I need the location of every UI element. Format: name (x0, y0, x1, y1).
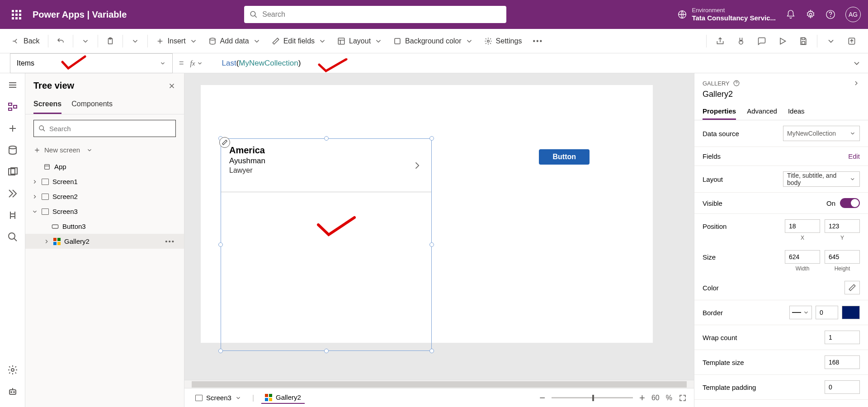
fields-edit-link[interactable]: Edit (848, 152, 860, 160)
back-label: Back (24, 37, 40, 45)
prop-label-size: Size (703, 253, 716, 261)
fit-screen-icon[interactable] (679, 394, 687, 402)
media-icon[interactable] (7, 166, 18, 177)
insert-button[interactable]: Insert (151, 34, 202, 48)
data-source-selector[interactable]: MyNewCollection (783, 126, 860, 141)
svg-rect-9 (338, 38, 344, 44)
position-x-input[interactable] (785, 219, 820, 233)
chevron-down-icon (235, 395, 241, 401)
visible-toggle[interactable] (840, 198, 860, 208)
position-y-input[interactable] (825, 219, 860, 233)
add-icon[interactable] (7, 123, 18, 134)
border-width-input[interactable] (816, 306, 838, 319)
settings-rail-icon[interactable] (7, 364, 18, 375)
border-style-selector[interactable] (789, 306, 812, 319)
gallery-row[interactable]: America Ayushman Lawyer (221, 139, 431, 192)
tab-properties[interactable]: Properties (703, 104, 736, 120)
close-icon[interactable] (168, 82, 176, 90)
size-h-input[interactable] (825, 250, 860, 264)
chevron-right-icon[interactable] (412, 160, 421, 171)
tree-item-app[interactable]: App (25, 159, 184, 174)
breadcrumb-screen3[interactable]: Screen3 (192, 392, 245, 403)
tab-advanced[interactable]: Advanced (747, 104, 777, 120)
undo-button[interactable] (52, 34, 69, 48)
equals-sign: = (179, 58, 184, 68)
variables-icon[interactable] (7, 210, 18, 221)
layout-button[interactable]: Layout (333, 34, 387, 48)
tree-item-screen2[interactable]: Screen2 (25, 189, 184, 204)
share-button[interactable] (711, 34, 729, 48)
wrap-count-input[interactable] (825, 331, 860, 344)
size-w-input[interactable] (785, 250, 820, 264)
color-picker[interactable] (844, 281, 860, 294)
prop-label-tmplpad: Template padding (703, 383, 756, 391)
new-screen-button[interactable]: New screen (25, 142, 184, 157)
layout-selector[interactable]: Title, subtitle, and body (783, 171, 860, 187)
save-dropdown[interactable] (822, 34, 840, 48)
search-input[interactable] (262, 10, 501, 19)
environment-picker[interactable]: Environment Tata Consultancy Servic... (677, 7, 776, 22)
preview-button[interactable] (774, 34, 792, 48)
zoom-out-button[interactable]: − (539, 392, 545, 404)
annotation-check-icon (60, 55, 87, 71)
chevron-right-icon[interactable] (853, 80, 860, 87)
breadcrumb-gallery2[interactable]: Gallery2 (261, 392, 305, 404)
canvas[interactable]: America Ayushman Lawyer Button (201, 85, 653, 343)
tree-more-button[interactable]: ••• (165, 237, 178, 245)
paste-dropdown[interactable] (127, 34, 144, 48)
flows-icon[interactable] (7, 188, 18, 199)
fx-label[interactable]: fx (190, 59, 217, 67)
add-data-button[interactable]: Add data (204, 34, 265, 48)
canvas-button[interactable]: Button (539, 149, 590, 165)
border-color-picker[interactable] (842, 306, 860, 319)
zoom-in-button[interactable]: + (639, 392, 645, 404)
svg-point-32 (11, 392, 12, 393)
app-launcher[interactable] (7, 10, 25, 19)
tab-screens[interactable]: Screens (33, 95, 61, 114)
help-icon[interactable] (826, 9, 835, 19)
treeview-icon[interactable] (7, 101, 18, 112)
save-button[interactable] (794, 34, 812, 48)
tree-item-screen3[interactable]: Screen3 (25, 204, 184, 219)
edit-fields-button[interactable]: Edit fields (267, 34, 331, 48)
w-label: Width (785, 265, 820, 272)
comments-button[interactable] (753, 34, 771, 48)
data-icon[interactable] (7, 145, 18, 156)
horizontal-scrollbar[interactable] (184, 380, 694, 388)
virtual-agent-icon[interactable] (7, 386, 18, 397)
tree-item-screen1[interactable]: Screen1 (25, 174, 184, 189)
formula-fn: Last (222, 59, 236, 67)
tree-item-button3[interactable]: Button3 (25, 219, 184, 234)
formula-input[interactable]: Last(MyNewCollection) (217, 58, 845, 68)
app-icon (43, 163, 51, 170)
tree-item-gallery2[interactable]: Gallery2 ••• (25, 234, 184, 249)
avatar[interactable]: AG (845, 7, 861, 22)
global-search[interactable] (244, 6, 506, 23)
edit-template-icon[interactable] (219, 137, 230, 148)
tab-components[interactable]: Components (71, 95, 113, 114)
bgcolor-button[interactable]: Background color (389, 34, 478, 48)
back-button[interactable]: Back (7, 34, 44, 48)
tree-search-input[interactable] (49, 125, 171, 133)
tree-search[interactable] (33, 120, 176, 137)
formula-expand[interactable] (845, 59, 868, 68)
gallery-title: America (229, 145, 423, 156)
paste-button[interactable] (102, 34, 119, 48)
hamburger-icon[interactable] (7, 80, 18, 90)
settings-button[interactable]: Settings (480, 34, 527, 48)
zoom-slider[interactable] (552, 397, 633, 398)
notifications-icon[interactable] (786, 9, 796, 19)
help-icon[interactable] (733, 80, 740, 86)
gallery-selection[interactable]: America Ayushman Lawyer (221, 138, 432, 351)
search-rail-icon[interactable] (7, 232, 18, 242)
publish-button[interactable] (843, 34, 861, 48)
chevron-down-icon (803, 309, 809, 316)
template-padding-input[interactable] (825, 380, 860, 394)
undo-dropdown[interactable] (77, 34, 94, 48)
app-checker-button[interactable] (732, 34, 750, 48)
overflow-button[interactable]: ••• (528, 34, 547, 48)
template-size-input[interactable] (825, 355, 860, 369)
tab-ideas[interactable]: Ideas (788, 104, 805, 120)
property-selector[interactable]: Items (10, 53, 173, 73)
settings-icon[interactable] (806, 9, 816, 19)
